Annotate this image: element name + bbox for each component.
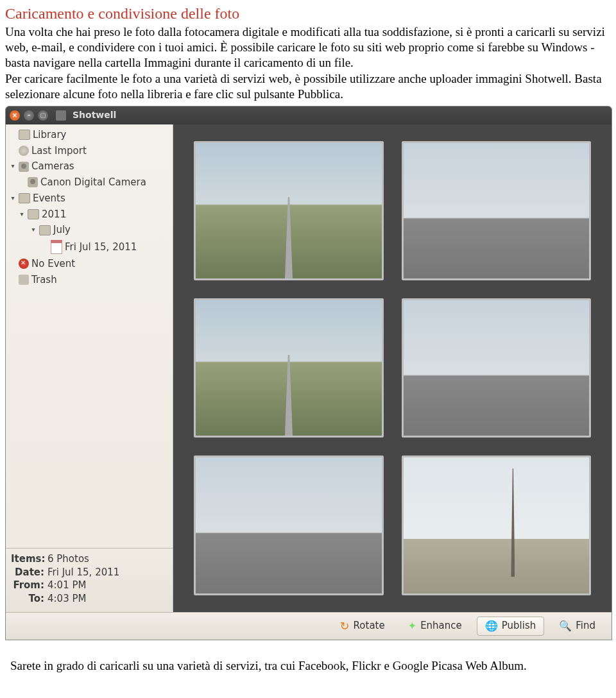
publish-button[interactable]: 🌐 Publish <box>477 617 544 636</box>
sidebar-item-no-event[interactable]: No Event <box>7 256 171 272</box>
info-from-value: 4:01 PM <box>47 579 86 592</box>
enhance-button[interactable]: ✦ Enhance <box>400 617 470 636</box>
shotwell-window: × – ▢ Shotwell ▾ Library Last Import <box>5 106 612 640</box>
sidebar-item-month[interactable]: ▾ July <box>7 222 171 238</box>
app-icon <box>56 110 66 121</box>
camera-icon <box>28 177 38 187</box>
photo-thumbnail[interactable] <box>402 455 592 595</box>
sidebar-item-date[interactable]: ▾ Fri Jul 15, 2011 <box>7 238 171 256</box>
rotate-icon: ↻ <box>340 619 350 634</box>
photo-thumbnail[interactable] <box>194 298 384 438</box>
doc-heading: Caricamento e condivisione delle foto <box>5 4 611 23</box>
doc-paragraph-2: Per caricare facilmente le foto a una va… <box>5 71 611 102</box>
no-event-icon <box>19 259 29 269</box>
sidebar-item-events[interactable]: ▾ Events <box>7 191 171 207</box>
window-maximize-button[interactable]: ▢ <box>38 110 48 121</box>
camera-icon <box>19 162 29 172</box>
window-close-button[interactable]: × <box>10 110 20 121</box>
info-to-value: 4:03 PM <box>47 593 86 605</box>
sidebar-item-trash[interactable]: Trash <box>7 272 171 288</box>
trash-icon <box>19 275 29 285</box>
sidebar-item-library[interactable]: ▾ Library <box>7 127 171 143</box>
photo-grid <box>173 124 612 612</box>
library-icon <box>19 130 30 140</box>
sidebar-label: Last Import <box>31 145 87 157</box>
sidebar-label: Events <box>33 192 65 205</box>
button-label: Enhance <box>420 620 462 632</box>
folder-icon <box>39 225 51 235</box>
info-items-label: Items: <box>11 553 44 565</box>
sidebar-label: 2011 <box>42 209 66 221</box>
photo-thumbnail[interactable] <box>194 455 384 595</box>
info-to-label: To: <box>11 593 44 605</box>
button-label: Publish <box>502 620 536 632</box>
photo-thumbnail[interactable] <box>194 141 384 280</box>
find-icon: 🔍 <box>559 620 572 633</box>
folder-icon <box>28 209 39 219</box>
sidebar-item-cameras[interactable]: ▾ Cameras <box>7 158 171 174</box>
sidebar-item-year[interactable]: ▾ 2011 <box>7 207 171 223</box>
sidebar-label: Fri Jul 15, 2011 <box>65 241 137 253</box>
find-button[interactable]: 🔍 Find <box>551 617 604 636</box>
info-date-label: Date: <box>11 566 44 579</box>
info-items-value: 6 Photos <box>47 553 89 565</box>
sidebar-label: Trash <box>31 274 57 286</box>
photo-thumbnail[interactable] <box>402 141 592 280</box>
sidebar-item-camera-model[interactable]: ▾ Canon Digital Camera <box>7 174 171 191</box>
rotate-button[interactable]: ↻ Rotate <box>332 616 393 637</box>
window-titlebar: × – ▢ Shotwell <box>6 106 612 124</box>
button-label: Find <box>576 620 595 632</box>
bottom-toolbar: ↻ Rotate ✦ Enhance 🌐 Publish 🔍 Find <box>6 612 612 640</box>
doc-paragraph-1: Una volta che hai preso le foto dalla fo… <box>5 24 611 70</box>
sidebar: ▾ Library Last Import ▾ Cameras <box>6 124 173 612</box>
doc-footer: Sarete in grado di caricarli su una vari… <box>5 640 611 677</box>
window-minimize-button[interactable]: – <box>24 110 34 121</box>
sidebar-label: Cameras <box>31 160 74 173</box>
last-import-icon <box>19 146 29 156</box>
enhance-icon: ✦ <box>408 620 416 633</box>
sidebar-label: No Event <box>31 258 75 270</box>
sidebar-label: July <box>53 224 71 236</box>
photo-thumbnail[interactable] <box>402 298 592 438</box>
info-panel: Items: 6 Photos Date: Fri Jul 15, 2011 F… <box>6 548 173 612</box>
sidebar-item-last-import[interactable]: Last Import <box>7 143 171 159</box>
sidebar-label: Library <box>33 129 66 141</box>
sidebar-tree: ▾ Library Last Import ▾ Cameras <box>6 124 173 548</box>
info-date-value: Fri Jul 15, 2011 <box>47 566 119 579</box>
info-from-label: From: <box>11 579 44 592</box>
publish-icon: 🌐 <box>485 620 498 633</box>
button-label: Rotate <box>354 620 385 632</box>
sidebar-label: Canon Digital Camera <box>40 176 146 189</box>
folder-icon <box>19 193 30 203</box>
window-title: Shotwell <box>73 110 116 121</box>
calendar-icon <box>51 240 62 254</box>
